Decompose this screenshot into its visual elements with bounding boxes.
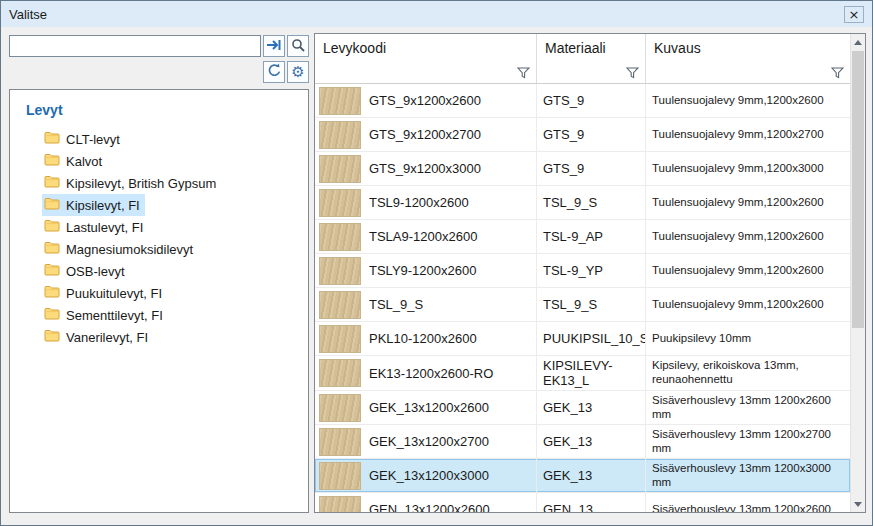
material-thumbnail [319,189,361,217]
tree-item[interactable]: Kalvot [42,150,107,172]
search-button[interactable] [287,35,309,57]
tree-item-label: Lastulevyt, FI [66,220,143,235]
cell-kuvaus: Tuulensuojalevy 9mm,1200x2600 [646,254,850,287]
material-thumbnail [319,496,361,513]
cell-levykoodi: EK13-1200x2600-RO [315,356,537,390]
table-row[interactable]: TSL_9_S TSL_9_S Tuulensuojalevy 9mm,1200… [315,288,850,322]
select-dialog: Valitse × [0,0,873,526]
table-header: Levykoodi Materiaali [315,34,850,84]
material-description: Tuulensuojalevy 9mm,1200x2600 [652,264,824,278]
material-name: GEN_13 [543,502,593,512]
tree-item[interactable]: Kipsilevyt, FI [42,194,145,216]
filter-icon[interactable] [626,67,639,79]
material-description: Tuulensuojalevy 9mm,1200x2700 [652,128,824,142]
cell-levykoodi: GEN_13x1200x2600 [315,493,537,512]
material-description: Sisäverhouslevy 13mm 1200x2600 [652,503,831,512]
table-row[interactable]: EK13-1200x2600-RO KIPSILEVY-EK13_L Kipsi… [315,356,850,391]
tree-item[interactable]: Vanerilevyt, FI [42,326,153,348]
cell-levykoodi: GTS_9x1200x2700 [315,118,537,151]
tree-item-label: Magnesiumoksidilevyt [66,242,193,257]
scroll-down-button[interactable] [851,496,865,512]
cell-materiaali: PUUKIPSIL_10_S [537,322,646,355]
cell-levykoodi: TSLY9-1200x2600 [315,254,537,287]
column-header-kuvaus[interactable]: Kuvaus [646,34,850,83]
material-code: GTS_9x1200x2700 [369,127,481,142]
settings-button[interactable]: ⚙ [287,61,309,83]
cell-materiaali: GTS_9 [537,84,646,117]
material-description: Tuulensuojalevy 9mm,1200x2600 [652,94,824,108]
cell-materiaali: GTS_9 [537,152,646,185]
material-name: GTS_9 [543,127,584,142]
cell-kuvaus: Sisäverhouslevy 13mm 1200x3000 mm [646,459,850,492]
cell-levykoodi: TSL_9_S [315,288,537,321]
material-description: Sisäverhouslevy 13mm 1200x3000 mm [652,462,844,490]
table-row[interactable]: PKL10-1200x2600 PUUKIPSIL_10_S Puukipsil… [315,322,850,356]
table-row[interactable]: GTS_9x1200x3000 GTS_9 Tuulensuojalevy 9m… [315,152,850,186]
cell-materiaali: TSL_9_S [537,186,646,219]
cell-materiaali: KIPSILEVY-EK13_L [537,356,646,390]
tree-root-label[interactable]: Levyt [26,102,304,118]
table-row[interactable]: GEK_13x1200x3000 GEK_13 Sisäverhouslevy … [315,459,850,493]
scrollbar-thumb[interactable] [852,51,864,328]
cell-materiaali: TSL_9_S [537,288,646,321]
close-icon: × [849,8,860,21]
material-code: GEK_13x1200x3000 [369,468,489,483]
cell-levykoodi: TSL9-1200x2600 [315,186,537,219]
tree-item-label: OSB-levyt [66,264,125,279]
cell-levykoodi: GEK_13x1200x3000 [315,459,537,492]
column-header-levykoodi[interactable]: Levykoodi [315,34,537,83]
material-code: TSLY9-1200x2600 [369,263,476,278]
table-row[interactable]: TSLA9-1200x2600 TSL-9_AP Tuulensuojalevy… [315,220,850,254]
tree-item[interactable]: Lastulevyt, FI [42,216,148,238]
table-row[interactable]: TSLY9-1200x2600 TSL-9_YP Tuulensuojalevy… [315,254,850,288]
column-header-materiaali[interactable]: Materiaali [537,34,646,83]
titlebar[interactable]: Valitse × [1,1,872,27]
table-row[interactable]: GEK_13x1200x2600 GEK_13 Sisäverhouslevy … [315,391,850,425]
tree-item[interactable]: OSB-levyt [42,260,130,282]
apply-search-button[interactable] [263,35,285,57]
table-row[interactable]: GEK_13x1200x2700 GEK_13 Sisäverhouslevy … [315,425,850,459]
materials-panel: Levykoodi Materiaali [314,33,866,513]
cell-kuvaus: Tuulensuojalevy 9mm,1200x2600 [646,220,850,253]
tree-item[interactable]: CLT-levyt [42,128,125,150]
cell-kuvaus: Tuulensuojalevy 9mm,1200x2600 [646,84,850,117]
material-description: Sisäverhouslevy 13mm 1200x2700 mm [652,428,844,456]
material-code: PKL10-1200x2600 [369,331,477,346]
material-code: GTS_9x1200x3000 [369,161,481,176]
material-description: Tuulensuojalevy 9mm,1200x3000 [652,162,824,176]
search-input[interactable] [9,35,261,57]
table-row[interactable]: GEN_13x1200x2600 GEN_13 Sisäverhouslevy … [315,493,850,512]
table-row[interactable]: GTS_9x1200x2600 GTS_9 Tuulensuojalevy 9m… [315,84,850,118]
material-thumbnail [319,291,361,319]
tree-item-label: Kipsilevyt, British Gypsum [66,176,216,191]
cell-kuvaus: Tuulensuojalevy 9mm,1200x3000 [646,152,850,185]
folder-tree-list: CLT-levyt Kalvot Kipsilevyt, British Gyp… [26,128,304,348]
vertical-scrollbar[interactable] [850,34,865,512]
filter-icon[interactable] [517,67,530,79]
cell-levykoodi: GTS_9x1200x2600 [315,84,537,117]
refresh-button[interactable] [263,61,285,83]
folder-icon [44,263,60,279]
cell-materiaali: GEK_13 [537,459,646,492]
close-button[interactable]: × [844,6,864,23]
material-code: EK13-1200x2600-RO [369,366,493,381]
table-row[interactable]: GTS_9x1200x2700 GTS_9 Tuulensuojalevy 9m… [315,118,850,152]
cell-kuvaus: Tuulensuojalevy 9mm,1200x2700 [646,118,850,151]
material-description: Kipsilevy, erikoiskova 13mm, reunaohenne… [652,359,844,387]
material-thumbnail [319,257,361,285]
tree-item[interactable]: Sementtilevyt, FI [42,304,168,326]
table-body: GTS_9x1200x2600 GTS_9 Tuulensuojalevy 9m… [315,84,850,512]
table-row[interactable]: TSL9-1200x2600 TSL_9_S Tuulensuojalevy 9… [315,186,850,220]
triangle-down-icon [854,502,862,507]
material-code: GEK_13x1200x2700 [369,434,489,449]
arrow-right-bar-icon [266,38,282,55]
tree-item[interactable]: Magnesiumoksidilevyt [42,238,198,260]
cell-kuvaus: Kipsilevy, erikoiskova 13mm, reunaohenne… [646,356,850,390]
material-code: GEK_13x1200x2600 [369,400,489,415]
tree-item[interactable]: Kipsilevyt, British Gypsum [42,172,221,194]
folder-icon [44,219,60,235]
scroll-up-button[interactable] [851,34,865,50]
filter-icon[interactable] [831,67,844,79]
cell-materiaali: TSL-9_AP [537,220,646,253]
tree-item[interactable]: Puukuitulevyt, FI [42,282,167,304]
